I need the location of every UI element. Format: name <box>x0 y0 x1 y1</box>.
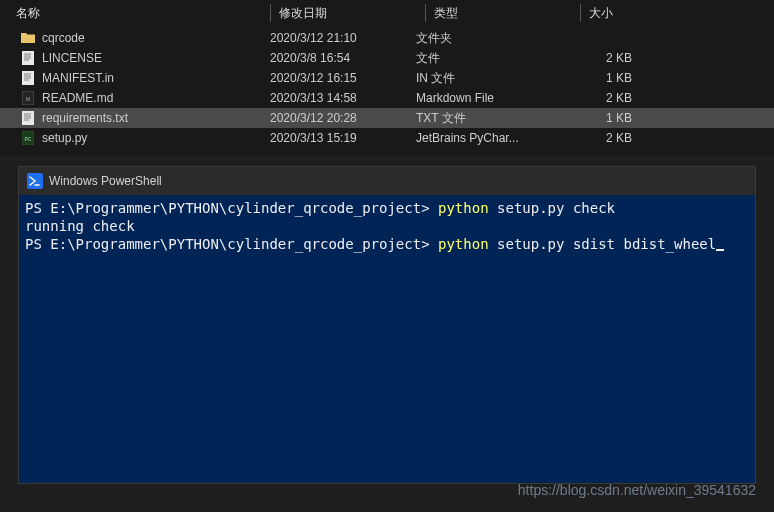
terminal-title: Windows PowerShell <box>49 174 162 188</box>
file-date: 2020/3/13 14:58 <box>270 91 416 105</box>
file-explorer: 名称 修改日期 类型 大小 cqrcode2020/3/12 21:10文件夹L… <box>0 0 774 156</box>
file-py-icon: PC <box>20 130 36 146</box>
file-txt-icon <box>20 50 36 66</box>
powershell-icon <box>27 173 43 189</box>
terminal-body[interactable]: PS E:\Programmer\PYTHON\cylinder_qrcode_… <box>19 195 755 483</box>
folder-icon <box>20 30 36 46</box>
file-type: JetBrains PyChar... <box>416 131 562 145</box>
file-name: MANIFEST.in <box>42 71 114 85</box>
col-divider[interactable] <box>270 4 271 22</box>
file-type: 文件 <box>416 50 562 67</box>
watermark: https://blog.csdn.net/weixin_39541632 <box>518 482 756 498</box>
file-date: 2020/3/8 16:54 <box>270 51 416 65</box>
file-date: 2020/3/12 21:10 <box>270 31 416 45</box>
file-txt-icon <box>20 110 36 126</box>
file-type: 文件夹 <box>416 30 562 47</box>
file-size: 2 KB <box>562 91 662 105</box>
columns-header: 名称 修改日期 类型 大小 <box>0 0 774 26</box>
file-name: requirements.txt <box>42 111 128 125</box>
file-date: 2020/3/12 16:15 <box>270 71 416 85</box>
file-row[interactable]: LINCENSE2020/3/8 16:54文件2 KB <box>0 48 774 68</box>
file-row[interactable]: MREADME.md2020/3/13 14:58Markdown File2 … <box>0 88 774 108</box>
file-size: 1 KB <box>562 71 662 85</box>
col-divider[interactable] <box>425 4 426 22</box>
file-size: 2 KB <box>562 131 662 145</box>
file-type: IN 文件 <box>416 70 562 87</box>
col-header-name[interactable]: 名称 <box>0 5 270 22</box>
file-size: 2 KB <box>562 51 662 65</box>
col-header-size[interactable]: 大小 <box>589 5 689 22</box>
terminal-titlebar[interactable]: Windows PowerShell <box>19 167 755 195</box>
svg-text:PC: PC <box>25 136 32 142</box>
file-size: 1 KB <box>562 111 662 125</box>
file-row[interactable]: MANIFEST.in2020/3/12 16:15IN 文件1 KB <box>0 68 774 88</box>
col-header-type[interactable]: 类型 <box>434 5 580 22</box>
file-name: setup.py <box>42 131 87 145</box>
file-type: Markdown File <box>416 91 562 105</box>
file-row[interactable]: PCsetup.py2020/3/13 15:19JetBrains PyCha… <box>0 128 774 148</box>
col-header-date[interactable]: 修改日期 <box>279 5 425 22</box>
svg-text:M: M <box>26 96 30 102</box>
file-rows: cqrcode2020/3/12 21:10文件夹LINCENSE2020/3/… <box>0 26 774 148</box>
file-name: LINCENSE <box>42 51 102 65</box>
file-txt-icon <box>20 70 36 86</box>
file-name: cqrcode <box>42 31 85 45</box>
file-row[interactable]: requirements.txt2020/3/12 20:28TXT 文件1 K… <box>0 108 774 128</box>
file-type: TXT 文件 <box>416 110 562 127</box>
file-name: README.md <box>42 91 113 105</box>
file-row[interactable]: cqrcode2020/3/12 21:10文件夹 <box>0 28 774 48</box>
file-date: 2020/3/13 15:19 <box>270 131 416 145</box>
file-date: 2020/3/12 20:28 <box>270 111 416 125</box>
powershell-window: Windows PowerShell PS E:\Programmer\PYTH… <box>18 166 756 484</box>
col-divider[interactable] <box>580 4 581 22</box>
file-md-icon: M <box>20 90 36 106</box>
